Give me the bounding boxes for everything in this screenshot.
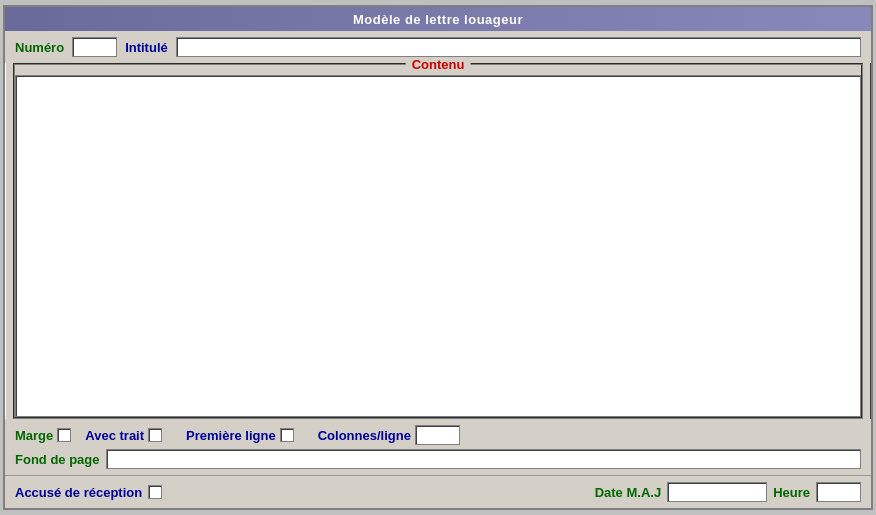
accuse-reception-checkbox[interactable] — [148, 485, 162, 499]
options-row1: Marge Avec trait Première ligne Colonnes… — [15, 425, 861, 445]
content-legend: Contenu — [406, 57, 471, 72]
content-textarea[interactable] — [15, 75, 861, 417]
marge-label: Marge — [15, 428, 53, 443]
date-maj-label: Date M.A.J — [595, 485, 661, 500]
colonnes-ligne-label: Colonnes/ligne — [318, 428, 411, 443]
main-window: Modèle de lettre louageur Numéro Intitul… — [3, 5, 873, 510]
premiere-ligne-label: Première ligne — [186, 428, 276, 443]
intitule-input[interactable] — [176, 37, 861, 57]
window-title: Modèle de lettre louageur — [353, 12, 523, 27]
numero-label: Numéro — [15, 40, 64, 55]
heure-input[interactable] — [816, 482, 861, 502]
fond-de-page-input[interactable] — [106, 449, 862, 469]
numero-input[interactable] — [72, 37, 117, 57]
bottom-area: Marge Avec trait Première ligne Colonnes… — [5, 419, 871, 508]
fond-de-page-label: Fond de page — [15, 452, 100, 467]
title-bar: Modèle de lettre louageur — [5, 7, 871, 31]
date-maj-input[interactable] — [667, 482, 767, 502]
heure-label: Heure — [773, 485, 810, 500]
accuse-reception-label: Accusé de réception — [15, 485, 142, 500]
colonnes-ligne-input[interactable] — [415, 425, 460, 445]
date-heure-row: Date M.A.J Heure — [595, 482, 861, 502]
premiere-ligne-checkbox[interactable] — [280, 428, 294, 442]
avec-trait-checkbox[interactable] — [148, 428, 162, 442]
intitule-label: Intitulé — [125, 40, 168, 55]
content-section: Contenu — [13, 63, 863, 419]
marge-checkbox[interactable] — [57, 428, 71, 442]
avec-trait-label: Avec trait — [85, 428, 144, 443]
